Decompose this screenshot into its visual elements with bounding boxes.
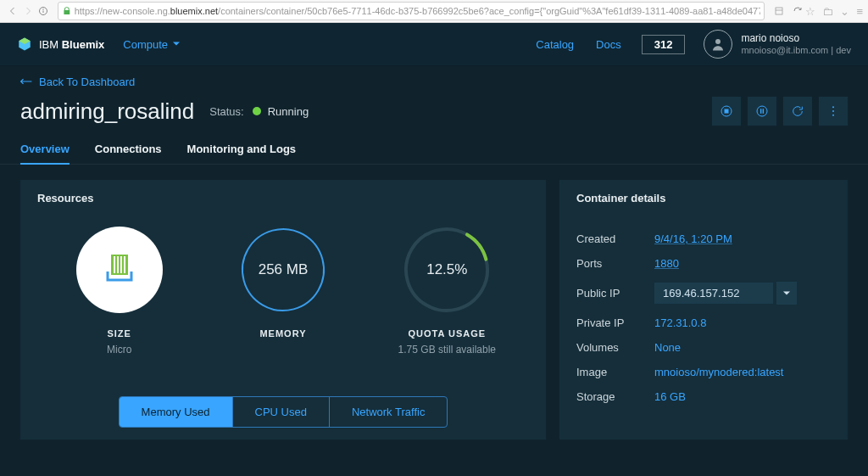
app-topbar: IBM Bluemix Compute Catalog Docs 312 mar… bbox=[0, 23, 868, 66]
brand: IBM Bluemix bbox=[39, 38, 104, 51]
url-prefix: https://new-console.ng. bbox=[75, 6, 170, 16]
reader-icon[interactable] bbox=[771, 3, 787, 19]
quota-metric: 12.5% QUOTA USAGE 1.75 GB still availabl… bbox=[379, 227, 515, 356]
count-box[interactable]: 312 bbox=[642, 35, 686, 54]
ports-key: Ports bbox=[576, 257, 654, 270]
size-label: SIZE bbox=[107, 328, 131, 339]
svg-point-7 bbox=[715, 39, 721, 44]
chevron-down-icon bbox=[173, 41, 180, 48]
reload-icon[interactable] bbox=[790, 3, 805, 19]
status-dot bbox=[253, 107, 261, 115]
details-title: Container details bbox=[576, 192, 831, 204]
bookmark-icon[interactable]: 🗀 bbox=[822, 5, 833, 18]
stop-button[interactable] bbox=[712, 97, 741, 126]
url-bar[interactable]: https://new-console.ng.bluemix.net/conta… bbox=[58, 2, 765, 20]
tab-monitoring[interactable]: Monitoring and Logs bbox=[187, 137, 297, 164]
docs-link[interactable]: Docs bbox=[596, 38, 621, 51]
arrow-left-icon bbox=[20, 76, 32, 87]
memory-ring: 256 MB bbox=[240, 227, 326, 313]
pause-button[interactable] bbox=[748, 97, 776, 126]
user-name: mario noioso bbox=[741, 32, 851, 44]
details-panel: Container details Created9/4/16, 1:20 PM… bbox=[559, 180, 848, 440]
svg-point-13 bbox=[832, 106, 834, 108]
menu-icon[interactable]: ≡ bbox=[856, 5, 863, 18]
url-path: /containers/container/50cb76e5-7711-46dc… bbox=[218, 6, 760, 16]
resources-panel: Resources SIZE Micro bbox=[20, 180, 546, 440]
user-sub: mnoioso@it.ibm.com | dev bbox=[741, 45, 851, 56]
compute-dropdown[interactable]: Compute bbox=[123, 38, 180, 51]
svg-point-22 bbox=[392, 214, 503, 325]
svg-point-10 bbox=[757, 106, 767, 116]
tab-overview[interactable]: Overview bbox=[20, 137, 70, 164]
info-icon[interactable] bbox=[36, 3, 51, 19]
svg-point-2 bbox=[43, 9, 44, 10]
storage-value: 16 GB bbox=[654, 390, 686, 403]
publicip-value[interactable]: 169.46.157.152 bbox=[654, 283, 773, 304]
memory-metric: 256 MB MEMORY bbox=[215, 227, 351, 356]
ports-value[interactable]: 1880 bbox=[654, 257, 679, 270]
avatar-icon bbox=[704, 30, 732, 59]
seg-cpu[interactable]: CPU Used bbox=[233, 397, 330, 427]
pocket-icon[interactable]: ⌄ bbox=[840, 5, 849, 18]
svg-point-15 bbox=[832, 115, 834, 116]
storage-key: Storage bbox=[576, 390, 654, 403]
size-metric: SIZE Micro bbox=[52, 227, 187, 356]
quota-sub: 1.75 GB still available bbox=[398, 344, 496, 356]
status-label: Status: bbox=[209, 105, 243, 118]
resources-title: Resources bbox=[37, 192, 529, 204]
publicip-key: Public IP bbox=[576, 287, 654, 300]
lock-icon bbox=[62, 6, 72, 16]
size-circle bbox=[76, 227, 163, 313]
bluemix-logo-icon bbox=[17, 36, 32, 52]
seg-memory[interactable]: Memory Used bbox=[120, 397, 233, 427]
tab-connections[interactable]: Connections bbox=[95, 137, 162, 164]
publicip-dropdown[interactable] bbox=[776, 282, 797, 305]
user-menu[interactable]: mario noioso mnoioso@it.ibm.com | dev bbox=[704, 30, 851, 59]
created-value[interactable]: 9/4/16, 1:20 PM bbox=[654, 232, 732, 245]
svg-rect-9 bbox=[725, 109, 728, 113]
nav-forward-icon bbox=[20, 3, 36, 19]
size-sub: Micro bbox=[107, 344, 131, 356]
browser-toolbar: https://new-console.ng.bluemix.net/conta… bbox=[0, 0, 868, 23]
volumes-value[interactable]: None bbox=[654, 341, 681, 354]
image-value[interactable]: mnoioso/mynodered:latest bbox=[654, 366, 783, 378]
container-icon bbox=[99, 248, 140, 292]
quota-ring: 12.5% bbox=[403, 227, 490, 313]
svg-point-14 bbox=[832, 110, 834, 112]
status-value: Running bbox=[268, 105, 309, 118]
memory-label: MEMORY bbox=[259, 328, 306, 339]
svg-point-21 bbox=[227, 214, 338, 325]
back-to-dashboard[interactable]: Back To Dashboard bbox=[20, 76, 135, 88]
page-title: admiring_rosalind bbox=[20, 98, 194, 125]
url-host: bluemix.net bbox=[170, 6, 218, 16]
seg-network[interactable]: Network Traffic bbox=[330, 397, 447, 427]
created-key: Created bbox=[576, 232, 654, 245]
catalog-link[interactable]: Catalog bbox=[536, 38, 574, 51]
restart-button[interactable] bbox=[783, 97, 812, 126]
nav-back-icon[interactable] bbox=[5, 3, 20, 19]
more-button[interactable] bbox=[819, 97, 848, 126]
privateip-key: Private IP bbox=[576, 316, 654, 329]
privateip-value: 172.31.0.8 bbox=[654, 316, 706, 329]
volumes-key: Volumes bbox=[576, 341, 654, 354]
quota-label: QUOTA USAGE bbox=[408, 328, 486, 339]
star-icon[interactable]: ☆ bbox=[805, 5, 815, 18]
chart-segment: Memory Used CPU Used Network Traffic bbox=[119, 396, 448, 428]
image-key: Image bbox=[576, 366, 654, 378]
tabs: Overview Connections Monitoring and Logs bbox=[0, 137, 868, 165]
svg-rect-3 bbox=[776, 8, 782, 14]
